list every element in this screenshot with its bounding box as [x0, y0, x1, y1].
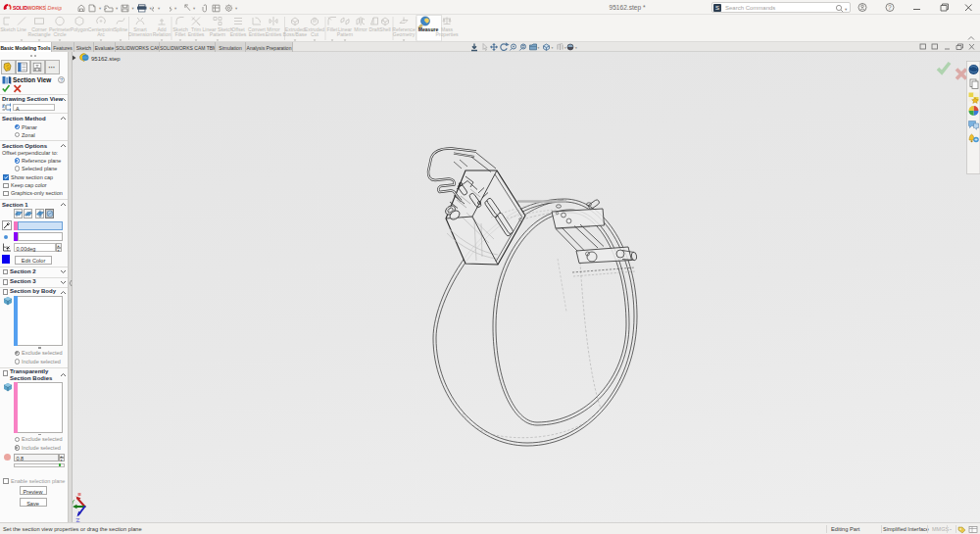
- svg-text:Design: Design: [48, 5, 63, 11]
- svg-text:Shell: Shell: [379, 26, 390, 32]
- svg-text:Pattern: Pattern: [210, 31, 226, 37]
- svg-text:Polygon: Polygon: [71, 26, 89, 32]
- svg-text:Sketch: Sketch: [0, 26, 16, 32]
- svg-text:▾: ▾: [174, 6, 177, 11]
- svg-text:▾: ▾: [538, 46, 540, 50]
- svg-text:▾: ▾: [575, 46, 577, 50]
- svg-text:Entities: Entities: [230, 31, 247, 37]
- svg-text:▾: ▾: [132, 6, 135, 11]
- svg-text:⋯: ⋯: [48, 64, 55, 71]
- svg-text:Mirror: Mirror: [354, 26, 368, 32]
- svg-text:95162.step: 95162.step: [91, 56, 121, 62]
- svg-text:A: A: [2, 105, 5, 109]
- svg-text:Boss/Base: Boss/Base: [283, 31, 308, 37]
- svg-text:▾: ▾: [158, 6, 161, 11]
- svg-text:Rectangle: Rectangle: [28, 31, 51, 37]
- svg-text:Line: Line: [17, 26, 26, 32]
- svg-text:Pattern: Pattern: [337, 31, 354, 37]
- svg-text:Properties: Properties: [435, 31, 459, 37]
- svg-text:▾: ▾: [193, 6, 196, 11]
- svg-text:Spline: Spline: [114, 26, 127, 32]
- svg-text:Circle: Circle: [53, 31, 66, 37]
- svg-text:▾: ▾: [99, 6, 102, 11]
- svg-text:▾: ▾: [845, 7, 848, 12]
- svg-text:SOLIDWORKS: SOLIDWORKS: [13, 5, 46, 11]
- svg-text:Geometry: Geometry: [393, 31, 416, 37]
- svg-text:Entities: Entities: [266, 31, 282, 37]
- svg-text:Dimension: Dimension: [128, 31, 152, 37]
- svg-text:Relation: Relation: [153, 31, 172, 37]
- svg-text:Cut: Cut: [311, 31, 319, 37]
- svg-text:▾: ▾: [116, 6, 119, 11]
- svg-text:Fillet: Fillet: [175, 31, 186, 37]
- svg-text:Entities: Entities: [188, 31, 205, 37]
- svg-text:▾: ▾: [235, 6, 238, 11]
- svg-text:▾: ▾: [552, 46, 554, 50]
- svg-text:?: ?: [888, 4, 892, 11]
- svg-text:Arc: Arc: [97, 31, 105, 37]
- svg-text:▾: ▾: [564, 46, 566, 50]
- svg-text:Entities: Entities: [249, 31, 266, 37]
